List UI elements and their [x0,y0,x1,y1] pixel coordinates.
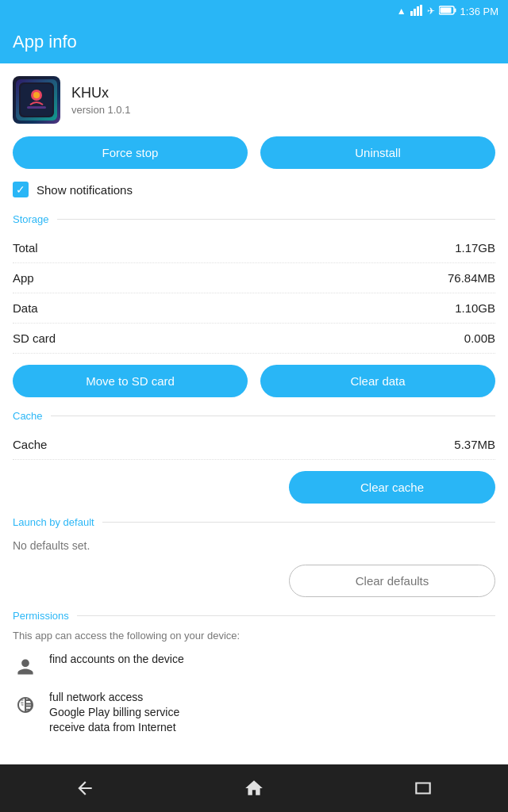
clear-cache-button[interactable]: Clear cache [289,471,495,504]
page-title: App info [13,32,77,52]
signal-icon [410,5,423,18]
svg-rect-0 [410,11,413,16]
cache-action-row: Clear cache [13,471,495,504]
permission-accounts-item: find accounts on the device [13,653,495,680]
app-text-info: KHUx version 1.0.1 [71,85,130,116]
svg-rect-5 [454,8,456,12]
launch-by-default-section: Launch by default No defaults set. Clear… [13,516,495,597]
storage-section-title: Storage [13,213,49,225]
back-button[interactable] [53,768,117,808]
cache-value: 5.37MB [454,438,495,451]
launch-section-header: Launch by default [13,516,495,528]
home-button[interactable] [222,768,286,808]
battery-icon [439,6,456,17]
storage-sdcard-row: SD card 0.00B [13,324,495,354]
wifi-icon: ▲ [397,6,406,17]
network-permission-icon [13,692,38,718]
svg-rect-3 [420,5,422,16]
permissions-description: This app can access the following on you… [13,630,495,642]
svg-rect-6 [440,7,451,13]
uninstall-button[interactable]: Uninstall [260,136,495,169]
accounts-permission-text: find accounts on the device [49,653,184,665]
show-notifications-checkbox[interactable]: ✓ [13,182,29,197]
storage-data-value: 1.10GB [455,301,495,315]
network-perm-text-1: full network access [49,691,179,703]
show-notifications-label: Show notifications [37,183,133,197]
permissions-section-title: Permissions [13,610,69,622]
storage-data-row: Data 1.10GB [13,293,495,324]
cache-section-line [51,416,495,416]
svg-rect-1 [414,9,416,16]
show-notifications-row[interactable]: ✓ Show notifications [13,182,495,197]
app-name: KHUx [71,85,130,102]
main-action-buttons: Force stop Uninstall [13,136,495,169]
network-permission-texts: full network access Google Play billing … [49,691,179,733]
svg-rect-11 [27,106,46,109]
no-defaults-text: No defaults set. [13,536,495,555]
app-header: App info [0,22,508,63]
clear-data-button[interactable]: Clear data [260,365,495,397]
cache-section-header: Cache [13,410,495,422]
permissions-section-header: Permissions [13,610,495,622]
storage-app-row: App 76.84MB [13,263,495,293]
airplane-icon: ✈ [427,6,435,17]
storage-total-value: 1.17GB [455,241,495,255]
svg-point-10 [33,92,40,98]
cache-section-title: Cache [13,410,43,422]
storage-section-header: Storage [13,213,495,225]
storage-sdcard-label: SD card [13,331,56,345]
storage-data-label: Data [13,301,38,315]
check-icon: ✓ [16,184,25,195]
network-perm-text-3: receive data from Internet [49,721,179,733]
storage-total-row: Total 1.17GB [13,233,495,263]
launch-section-title: Launch by default [13,516,94,528]
cache-value-row: Cache 5.37MB [13,430,495,460]
status-icons: ▲ ✈ 1:36 PM [397,5,498,18]
permissions-section-line [77,615,495,616]
storage-action-buttons: Move to SD card Clear data [13,365,495,397]
move-to-sdcard-button[interactable]: Move to SD card [13,365,248,397]
storage-app-label: App [13,271,34,285]
force-stop-button[interactable]: Force stop [13,136,248,169]
cache-section: Cache Cache 5.37MB Clear cache [13,410,495,504]
app-version: version 1.0.1 [71,104,130,116]
svg-rect-2 [417,6,419,16]
network-perm-text-2: Google Play billing service [49,706,179,718]
accounts-permission-icon [13,654,38,680]
app-icon [13,76,60,124]
storage-sdcard-value: 0.00B [464,331,495,345]
storage-section-line [57,219,495,220]
recents-button[interactable] [391,768,455,808]
status-time: 1:36 PM [460,6,498,17]
app-info-row: KHUx version 1.0.1 [13,63,495,136]
bottom-navigation [0,764,508,812]
cache-label: Cache [13,438,47,451]
storage-total-label: Total [13,241,38,255]
permission-network-item: full network access Google Play billing … [13,691,495,733]
permissions-section: Permissions This app can access the foll… [13,610,495,733]
main-content: KHUx version 1.0.1 Force stop Uninstall … [0,63,508,761]
storage-app-value: 76.84MB [448,271,495,285]
clear-defaults-button[interactable]: Clear defaults [289,565,495,597]
storage-section: Storage Total 1.17GB App 76.84MB Data 1.… [13,213,495,397]
clear-defaults-row: Clear defaults [13,565,495,597]
accounts-permission-texts: find accounts on the device [49,653,184,665]
status-bar: ▲ ✈ 1:36 PM [0,0,508,22]
launch-section-line [102,522,495,523]
